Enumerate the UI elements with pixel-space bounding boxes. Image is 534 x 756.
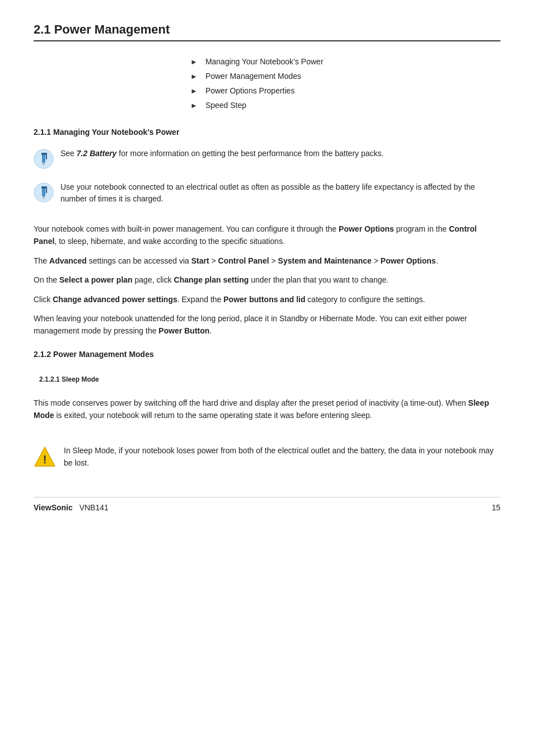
toc-arrow-1: ► xyxy=(190,58,198,66)
warning-box: ! In Sleep Mode, if your notebook loses … xyxy=(34,444,500,469)
svg-rect-8 xyxy=(41,186,46,189)
svg-rect-4 xyxy=(46,153,47,159)
warning-icon: ! xyxy=(34,445,56,468)
toc-arrow-4: ► xyxy=(190,101,198,110)
svg-rect-3 xyxy=(41,153,46,155)
section-2121-title: 2.1.2.1 Sleep Mode xyxy=(39,375,500,383)
body-para-2: The Advanced settings can be accessed vi… xyxy=(34,255,500,267)
toc-item-1: ► Managing Your Notebook’s Power xyxy=(190,57,500,66)
footer-brand-area: ViewSonic VNB141 xyxy=(34,503,109,512)
main-title: 2.1 Power Management xyxy=(34,22,500,41)
toc-label-3: Power Options Properties xyxy=(205,86,295,95)
body-para-3: On the Select a power plan page, click C… xyxy=(34,274,500,286)
svg-rect-1 xyxy=(42,154,45,163)
svg-text:!: ! xyxy=(43,453,47,466)
toc-arrow-2: ► xyxy=(190,72,198,81)
toc-item-4: ► Speed Step xyxy=(190,101,500,110)
section-212-title: 2.1.2 Power Management Modes xyxy=(34,350,500,359)
body-para-1: Your notebook comes with built-in power … xyxy=(34,223,500,248)
toc-label-4: Speed Step xyxy=(205,101,246,110)
toc-item-3: ► Power Options Properties xyxy=(190,86,500,95)
svg-rect-9 xyxy=(46,186,47,193)
page-footer: ViewSonic VNB141 15 xyxy=(34,497,500,512)
tip-box-2: Use your notebook connected to an electr… xyxy=(34,179,500,207)
pencil-icon-2 xyxy=(34,182,54,203)
footer-brand: ViewSonic xyxy=(34,503,73,512)
svg-rect-6 xyxy=(42,187,45,196)
warning-text: In Sleep Mode, if your notebook loses po… xyxy=(64,444,500,469)
toc-arrow-3: ► xyxy=(190,87,198,95)
tip-text-1: See 7.2 Battery for more information on … xyxy=(60,148,383,159)
body-para-4: Click Change advanced power settings. Ex… xyxy=(34,293,500,306)
tip-box-1: See 7.2 Battery for more information on … xyxy=(34,145,500,171)
toc-list: ► Managing Your Notebook’s Power ► Power… xyxy=(190,57,500,110)
body-para-5: When leaving your notebook unattended fo… xyxy=(34,312,500,337)
footer-model: VNB141 xyxy=(79,503,109,512)
section-211-title: 2.1.1 Managing Your Notebook’s Power xyxy=(34,128,500,137)
pencil-icon-1 xyxy=(34,149,54,169)
sleep-mode-para: This mode conserves power by switching o… xyxy=(34,397,500,422)
toc-label-1: Managing Your Notebook’s Power xyxy=(205,57,324,66)
toc-label-2: Power Management Modes xyxy=(205,72,301,81)
page-content: 2.1 Power Management ► Managing Your Not… xyxy=(34,22,500,512)
toc-item-2: ► Power Management Modes xyxy=(190,72,500,81)
footer-page-number: 15 xyxy=(491,503,500,512)
tip-text-2: Use your notebook connected to an electr… xyxy=(60,181,500,205)
